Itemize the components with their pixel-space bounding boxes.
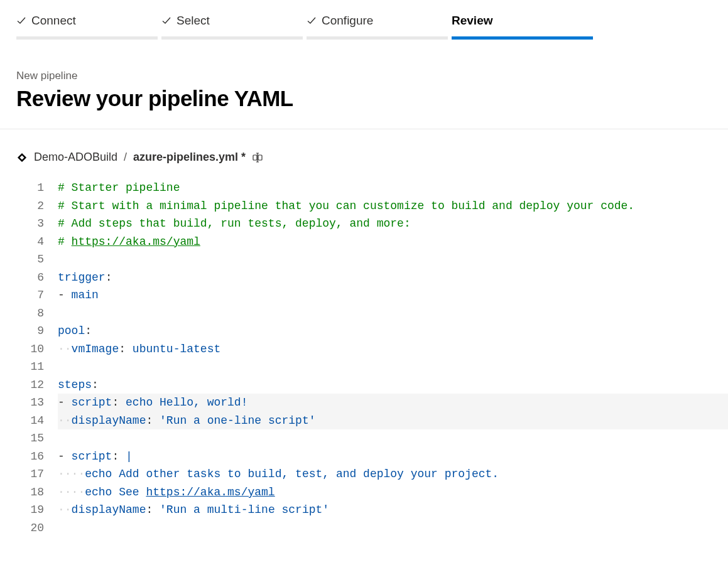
rename-icon[interactable] <box>252 152 263 163</box>
code-content[interactable]: ··displayName: 'Run a multi-line script' <box>58 501 728 519</box>
file-path: Demo-ADOBuild / azure-pipelines.yml * <box>0 129 728 176</box>
code-content[interactable]: ··vmImage: ubuntu-latest <box>58 340 728 358</box>
code-content[interactable] <box>58 358 728 376</box>
page-header: New pipeline Review your pipeline YAML <box>0 40 728 129</box>
yaml-editor[interactable]: 1# Starter pipeline2# Start with a minim… <box>0 176 728 549</box>
step-connect[interactable]: Connect <box>16 14 158 40</box>
editor-line[interactable]: 2# Start with a minimal pipeline that yo… <box>0 197 728 215</box>
editor-line[interactable]: 18····echo See https://aka.ms/yaml <box>0 483 728 502</box>
file-name[interactable]: azure-pipelines.yml * <box>133 151 246 164</box>
step-label: Select <box>177 14 210 28</box>
editor-line[interactable]: 6trigger: <box>0 269 728 287</box>
editor-line[interactable]: 20 <box>0 519 728 537</box>
editor-line[interactable]: 3# Add steps that build, run tests, depl… <box>0 215 728 233</box>
code-content[interactable]: # https://aka.ms/yaml <box>58 233 728 251</box>
step-bar <box>307 36 448 40</box>
line-number: 17 <box>0 465 58 483</box>
code-content[interactable] <box>58 250 728 269</box>
code-content[interactable] <box>58 429 728 448</box>
pipeline-stepper: Connect Select Configure Review <box>0 0 728 40</box>
editor-line[interactable]: 13- script: echo Hello, world! <box>0 394 728 412</box>
editor-line[interactable]: 17····echo Add other tasks to build, tes… <box>0 465 728 483</box>
check-icon <box>307 16 317 26</box>
check-icon <box>16 16 26 26</box>
repo-name[interactable]: Demo-ADOBuild <box>34 151 117 164</box>
breadcrumb: New pipeline <box>16 70 712 82</box>
path-separator: / <box>124 151 127 164</box>
line-number: 18 <box>0 483 58 502</box>
step-configure[interactable]: Configure <box>307 14 448 40</box>
editor-line[interactable]: 16- script: | <box>0 448 728 466</box>
line-number: 9 <box>0 322 58 340</box>
step-label: Configure <box>322 14 373 28</box>
editor-line[interactable]: 10··vmImage: ubuntu-latest <box>0 340 728 358</box>
editor-line[interactable]: 14··displayName: 'Run a one-line script' <box>0 412 728 430</box>
line-number: 12 <box>0 376 58 394</box>
step-label: Review <box>452 14 492 28</box>
line-number: 10 <box>0 340 58 358</box>
code-content[interactable]: - script: | <box>58 448 728 466</box>
code-content[interactable]: - script: echo Hello, world! <box>58 394 728 412</box>
code-content[interactable]: ····echo See https://aka.ms/yaml <box>58 483 728 502</box>
svg-rect-2 <box>253 155 257 160</box>
line-number: 11 <box>0 358 58 376</box>
page-title: Review your pipeline YAML <box>16 86 712 111</box>
line-number: 8 <box>0 304 58 323</box>
code-content[interactable]: ··displayName: 'Run a one-line script' <box>58 412 728 430</box>
step-review[interactable]: Review <box>452 14 593 40</box>
editor-line[interactable]: 12steps: <box>0 376 728 394</box>
line-number: 19 <box>0 501 58 519</box>
line-number: 7 <box>0 286 58 304</box>
editor-line[interactable]: 19··displayName: 'Run a multi-line scrip… <box>0 501 728 519</box>
code-content[interactable] <box>58 304 728 323</box>
editor-line[interactable]: 11 <box>0 358 728 376</box>
code-content[interactable] <box>58 519 728 537</box>
step-select[interactable]: Select <box>161 14 303 40</box>
editor-line[interactable]: 7- main <box>0 286 728 304</box>
repo-icon <box>16 152 28 163</box>
code-content[interactable]: # Start with a minimal pipeline that you… <box>58 197 728 215</box>
editor-line[interactable]: 5 <box>0 250 728 269</box>
line-number: 3 <box>0 215 58 233</box>
line-number: 2 <box>0 197 58 215</box>
line-number: 4 <box>0 233 58 251</box>
code-content[interactable]: steps: <box>58 376 728 394</box>
editor-line[interactable]: 8 <box>0 304 728 323</box>
line-number: 14 <box>0 412 58 430</box>
step-bar <box>161 36 303 40</box>
line-number: 6 <box>0 269 58 287</box>
step-bar <box>16 36 158 40</box>
editor-line[interactable]: 15 <box>0 429 728 448</box>
svg-rect-3 <box>258 155 262 160</box>
line-number: 5 <box>0 250 58 269</box>
line-number: 1 <box>0 179 58 197</box>
line-number: 16 <box>0 448 58 466</box>
editor-line[interactable]: 9pool: <box>0 322 728 340</box>
code-content[interactable]: trigger: <box>58 269 728 287</box>
editor-line[interactable]: 1# Starter pipeline <box>0 179 728 197</box>
code-content[interactable]: ····echo Add other tasks to build, test,… <box>58 465 728 483</box>
editor-line[interactable]: 4# https://aka.ms/yaml <box>0 233 728 251</box>
step-bar <box>452 36 593 40</box>
code-content[interactable]: # Starter pipeline <box>58 179 728 197</box>
line-number: 15 <box>0 429 58 448</box>
check-icon <box>161 16 171 26</box>
step-label: Connect <box>31 14 76 28</box>
code-content[interactable]: pool: <box>58 322 728 340</box>
code-content[interactable]: - main <box>58 286 728 304</box>
line-number: 20 <box>0 519 58 537</box>
code-content[interactable]: # Add steps that build, run tests, deplo… <box>58 215 728 233</box>
line-number: 13 <box>0 394 58 412</box>
